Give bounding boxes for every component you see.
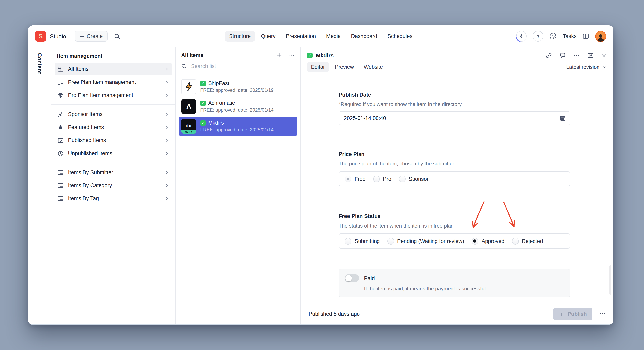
tab-editor[interactable]: Editor [307, 62, 329, 72]
desktop-background: S Studio Create Structure Query Presenta… [0, 0, 644, 350]
clock-icon [58, 150, 64, 156]
chevron-right-icon [164, 183, 169, 188]
chevron-right-icon [164, 112, 169, 117]
calendar-check-icon [58, 137, 64, 144]
tab-structure[interactable]: Structure [225, 31, 255, 42]
sidebar-item-published-items[interactable]: Published Items [54, 134, 172, 146]
sidebar-item-label: Items By Tag [68, 196, 99, 202]
radio-button [388, 238, 394, 244]
radio-button [512, 238, 518, 244]
all-items-pane: All Items [176, 48, 301, 324]
sidebar-item-sponsor-items[interactable]: Sponsor Items [54, 108, 172, 120]
radio-free[interactable]: Free [345, 176, 366, 182]
tab-preview[interactable]: Preview [331, 62, 358, 72]
link-icon[interactable] [546, 52, 552, 58]
editor-header: ✓ Mkdirs Editor Preview Websi [301, 48, 613, 76]
close-icon[interactable] [601, 52, 607, 58]
comment-icon[interactable] [560, 52, 566, 58]
radio-button-selected [345, 176, 352, 182]
radio-approved[interactable]: Approved [472, 238, 504, 244]
item-list: ✓ShipFast FREE: approved, date: 2025/01/… [176, 74, 300, 139]
approved-check-icon: ✓ [200, 80, 206, 86]
upgrades-icon[interactable] [516, 31, 527, 42]
sidebar-item-items-by-category[interactable]: Items By Category [54, 179, 172, 192]
content-rail: Content [28, 48, 52, 324]
price-plan-radio-group: Free Pro Sponsor [339, 171, 570, 186]
calendar-picker-button[interactable] [555, 112, 570, 125]
chevron-right-icon [164, 170, 169, 175]
lightning-bolt-icon [184, 82, 194, 92]
footer-more-options-icon[interactable] [599, 311, 606, 317]
item-status: FREE: approved, date: 2025/01/14 [200, 107, 274, 113]
field-description: *Required if you want to show the item i… [339, 101, 570, 107]
field-label: Free Plan Status [339, 213, 570, 219]
rail-label-content[interactable]: Content [36, 53, 42, 324]
tab-query[interactable]: Query [256, 31, 280, 42]
radio-label: Rejected [522, 238, 543, 244]
radio-label: Submitting [354, 238, 380, 244]
chevron-right-icon [164, 151, 169, 156]
search-input[interactable] [190, 63, 295, 70]
radio-rejected[interactable]: Rejected [512, 238, 543, 244]
sidebar-item-items-by-tag[interactable]: Items By Tag [54, 192, 172, 204]
list-item-achromatic[interactable]: Λ ✓Achromatic FREE: approved, date: 2025… [179, 97, 297, 116]
sidebar-divider [52, 163, 175, 163]
list-item-mkdirs[interactable]: dir MAKE ✓Mkdirs FREE: approved, date: 2… [179, 117, 297, 136]
app-title: Studio [50, 33, 66, 39]
plus-icon [80, 34, 84, 38]
field-publish-date: Publish Date *Required if you want to sh… [339, 92, 570, 125]
tab-presentation[interactable]: Presentation [282, 31, 320, 42]
tab-website[interactable]: Website [360, 62, 387, 72]
publish-button[interactable]: Publish [553, 308, 592, 320]
chevron-right-icon [164, 125, 169, 130]
editor-footer: Published 5 days ago Publish [301, 303, 613, 324]
sidebar-item-label: Published Items [68, 137, 106, 143]
list-item-shipfast[interactable]: ✓ShipFast FREE: approved, date: 2025/01/… [179, 77, 297, 96]
sidebar-item-featured-items[interactable]: Featured Items [54, 121, 172, 133]
sidebar-item-label: Items By Submitter [68, 169, 113, 175]
sidebar-item-label: Unpublished Items [68, 150, 112, 156]
field-label: Publish Date [339, 92, 570, 98]
sidebar-item-unpublished-items[interactable]: Unpublished Items [54, 147, 172, 160]
top-right-cluster: ? Tasks [516, 31, 606, 42]
radio-pro[interactable]: Pro [373, 176, 391, 182]
tab-schedules[interactable]: Schedules [383, 31, 417, 42]
editor-scroll-area[interactable]: Publish Date *Required if you want to sh… [301, 76, 613, 303]
create-button[interactable]: Create [75, 31, 108, 42]
help-icon[interactable]: ? [533, 31, 544, 42]
split-pane-add-icon[interactable] [587, 52, 594, 58]
field-description: The price plan of the item, chosen by th… [339, 161, 570, 166]
sidebar-item-all-items[interactable]: All Items [54, 63, 172, 75]
split-panel-icon[interactable] [582, 33, 589, 40]
panels-icon [58, 66, 64, 72]
sidebar-item-items-by-submitter[interactable]: Items By Submitter [54, 166, 172, 178]
add-item-icon[interactable] [276, 52, 282, 58]
publish-date-input[interactable] [339, 115, 555, 121]
sanity-logo[interactable]: S [35, 31, 46, 42]
sidebar-item-label: Sponsor Items [68, 111, 102, 117]
radio-label: Sponsor [409, 176, 429, 182]
radio-label: Pending (Waiting for review) [397, 238, 464, 244]
scrollbar-thumb[interactable] [610, 265, 611, 295]
radio-submitting[interactable]: Submitting [345, 238, 380, 244]
tab-dashboard[interactable]: Dashboard [347, 31, 382, 42]
radio-pending[interactable]: Pending (Waiting for review) [388, 238, 464, 244]
tab-media[interactable]: Media [322, 31, 345, 42]
search-icon[interactable] [114, 33, 120, 39]
publish-label: Publish [568, 311, 587, 317]
more-options-icon[interactable] [573, 52, 580, 58]
revision-selector[interactable]: Latest revision [566, 64, 607, 70]
more-options-icon[interactable] [289, 52, 295, 58]
top-bar: S Studio Create Structure Query Presenta… [28, 25, 613, 48]
members-icon[interactable] [550, 32, 557, 40]
sidebar-item-pro-plan[interactable]: Pro Plan Item management [54, 89, 172, 101]
sidebar-item-label: Free Plan Item management [68, 79, 136, 85]
avatar[interactable] [595, 31, 606, 42]
radio-sponsor[interactable]: Sponsor [399, 176, 429, 182]
sidebar-item-label: All Items [68, 66, 89, 72]
sidebar-item-free-plan[interactable]: Free Plan Item management [54, 76, 172, 88]
revision-label: Latest revision [566, 64, 600, 70]
tasks-button[interactable]: Tasks [563, 33, 576, 39]
paid-toggle[interactable] [345, 274, 359, 282]
table-icon [58, 195, 64, 202]
